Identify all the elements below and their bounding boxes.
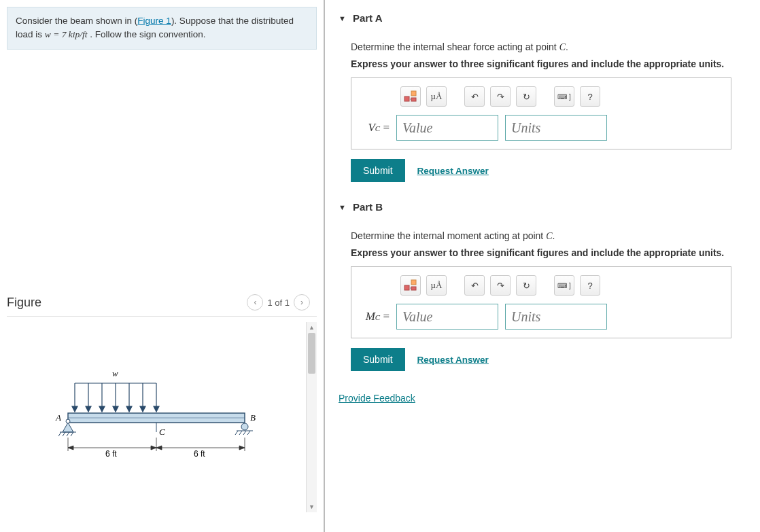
keyboard-icon: ⌨ ]	[557, 93, 571, 101]
label-a: A	[55, 412, 61, 423]
figure-prev-button[interactable]: ‹	[247, 294, 263, 311]
keyboard-button[interactable]: ⌨ ]	[554, 86, 574, 107]
undo-icon: ↶	[471, 281, 479, 291]
redo-icon: ↷	[497, 92, 504, 102]
scroll-up-icon[interactable]: ▲	[307, 322, 317, 333]
figure-pager: ‹ 1 of 1 ›	[247, 294, 310, 311]
problem-equation: w = 7 kip/ft	[45, 29, 88, 39]
part-b-actions: Submit Request Answer	[351, 348, 746, 371]
figure-viewport: w A B C	[7, 322, 317, 512]
part-a-prompt: Determine the internal shear force actin…	[351, 41, 746, 53]
svg-marker-37	[151, 446, 156, 450]
figure-next-button[interactable]: ›	[294, 294, 310, 311]
redo-icon: ↷	[497, 281, 504, 291]
left-panel: Consider the beam shown in (Figure 1). S…	[0, 0, 325, 532]
part-a-title: Part A	[353, 12, 383, 24]
provide-feedback-link[interactable]: Provide Feedback	[339, 393, 415, 404]
app-root: Consider the beam shown in (Figure 1). S…	[0, 0, 760, 532]
reset-icon: ↻	[523, 281, 530, 291]
part-b-input-row: MC =	[360, 304, 723, 330]
part-b-value-input[interactable]	[396, 304, 498, 330]
label-right-len: 6 ft	[194, 449, 205, 459]
svg-line-26	[235, 431, 238, 435]
svg-point-23	[66, 419, 70, 423]
part-a-body: Determine the internal shear force actin…	[339, 29, 746, 189]
figure-link[interactable]: Figure 1	[137, 16, 171, 26]
problem-statement: Consider the beam shown in (Figure 1). S…	[7, 7, 317, 50]
part-a: Part A Determine the internal shear forc…	[339, 7, 746, 189]
svg-rect-41	[411, 91, 416, 96]
svg-marker-10	[126, 406, 132, 412]
redo-button[interactable]: ↷	[490, 275, 511, 296]
svg-marker-2	[72, 406, 77, 412]
svg-line-28	[243, 431, 246, 435]
svg-marker-14	[154, 406, 159, 412]
svg-marker-39	[239, 446, 245, 450]
part-a-var-label: VC =	[360, 121, 390, 135]
label-left-len: 6 ft	[105, 449, 117, 459]
svg-marker-17	[63, 423, 73, 432]
templates-button[interactable]	[400, 86, 421, 107]
redo-button[interactable]: ↷	[490, 86, 511, 107]
svg-point-24	[241, 423, 248, 430]
keyboard-icon: ⌨ ]	[557, 282, 571, 289]
part-b-instruction: Express your answer to three significant…	[351, 247, 746, 258]
templates-button[interactable]	[400, 275, 421, 296]
help-button[interactable]: ?	[580, 86, 600, 107]
part-b-toolbar: µÅ ↶ ↷ ↻ ⌨ ] ?	[400, 275, 723, 296]
special-chars-button[interactable]: µÅ	[426, 86, 447, 107]
svg-line-20	[63, 432, 65, 436]
reset-button[interactable]: ↻	[516, 275, 536, 296]
part-a-instruction: Express your answer to three significant…	[351, 58, 746, 69]
svg-line-29	[247, 431, 250, 435]
templates-icon	[404, 90, 417, 103]
undo-icon: ↶	[471, 92, 479, 102]
part-b-submit-button[interactable]: Submit	[351, 348, 405, 371]
svg-marker-38	[156, 446, 162, 450]
part-b-units-input[interactable]	[505, 304, 607, 330]
label-b: B	[250, 412, 256, 423]
part-a-units-input[interactable]	[505, 115, 607, 141]
part-b-request-answer[interactable]: Request Answer	[417, 355, 489, 365]
part-a-answer-box: µÅ ↶ ↷ ↻ ⌨ ] ? VC =	[351, 77, 731, 149]
beam-diagram: w A B C	[41, 356, 272, 478]
scrollbar-thumb[interactable]	[308, 333, 315, 374]
special-chars-button[interactable]: µÅ	[426, 275, 447, 296]
undo-button[interactable]: ↶	[464, 275, 485, 296]
svg-marker-36	[68, 446, 73, 450]
figure-section: Figure ‹ 1 of 1 ›	[0, 287, 324, 532]
svg-rect-40	[404, 96, 409, 101]
part-a-request-answer[interactable]: Request Answer	[417, 166, 489, 176]
svg-line-22	[71, 432, 73, 436]
label-c: C	[159, 427, 165, 437]
part-a-value-input[interactable]	[396, 115, 498, 141]
right-panel: Part A Determine the internal shear forc…	[325, 0, 760, 532]
svg-marker-4	[86, 406, 91, 412]
part-a-submit-button[interactable]: Submit	[351, 159, 405, 182]
keyboard-button[interactable]: ⌨ ]	[554, 275, 574, 296]
svg-marker-12	[140, 406, 145, 412]
figure-image: w A B C	[7, 322, 306, 512]
figure-page-indicator: 1 of 1	[267, 298, 290, 308]
help-button[interactable]: ?	[580, 275, 600, 296]
part-b-body: Determine the internal moment acting at …	[339, 218, 746, 378]
templates-icon	[404, 279, 417, 291]
figure-scrollbar[interactable]: ▲ ▼	[306, 322, 317, 512]
figure-title: Figure	[7, 296, 41, 310]
problem-text-1: Consider the beam shown in (	[16, 16, 137, 26]
part-b-prompt: Determine the internal moment acting at …	[351, 230, 746, 242]
part-b-header[interactable]: Part B	[339, 196, 746, 218]
part-a-header[interactable]: Part A	[339, 7, 746, 29]
label-w: w	[112, 368, 118, 378]
part-a-input-row: VC =	[360, 115, 723, 141]
reset-icon: ↻	[523, 92, 530, 102]
undo-button[interactable]: ↶	[464, 86, 485, 107]
problem-text-3: . Follow the sign convention.	[88, 29, 206, 39]
svg-rect-46	[411, 287, 416, 290]
reset-button[interactable]: ↻	[516, 86, 536, 107]
part-b-answer-box: µÅ ↶ ↷ ↻ ⌨ ] ? MC =	[351, 266, 731, 338]
svg-line-27	[239, 431, 242, 435]
svg-line-21	[67, 432, 69, 436]
scroll-down-icon[interactable]: ▼	[307, 501, 317, 512]
svg-rect-44	[404, 285, 409, 290]
